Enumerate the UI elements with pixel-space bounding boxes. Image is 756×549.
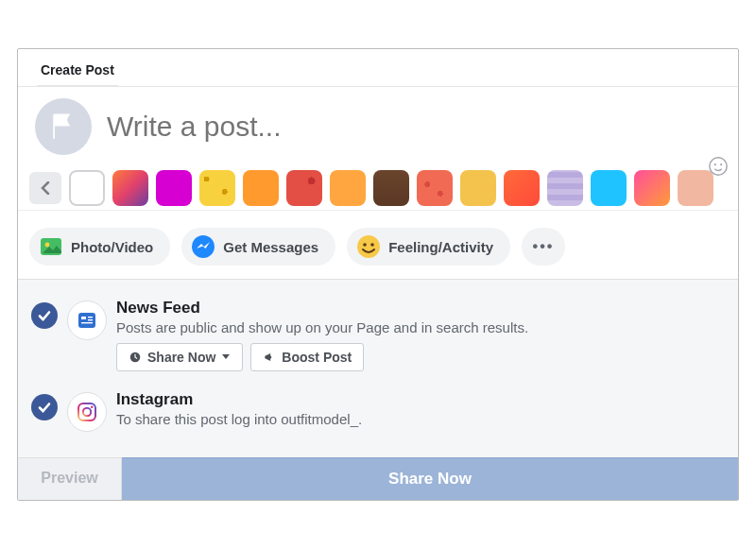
share-now-button[interactable]: Share Now (122, 457, 738, 500)
channel-instagram: Instagram To share this post log into ou… (31, 385, 725, 448)
instagram-body: Instagram To share this post log into ou… (116, 390, 725, 435)
news-feed-icon (67, 300, 107, 340)
instagram-title: Instagram (116, 390, 725, 409)
share-now-label: Share Now (147, 350, 215, 365)
get-messages-label: Get Messages (223, 239, 318, 255)
bg-swatch-mustard[interactable] (460, 170, 496, 206)
news-feed-desc: Posts are public and show up on your Pag… (116, 319, 725, 335)
tab-row: Create Post (18, 49, 738, 87)
bg-swatch-coral[interactable] (417, 170, 453, 206)
composer-footer: Preview Share Now (18, 457, 738, 500)
clock-icon (129, 351, 142, 364)
feeling-activity-button[interactable]: Feeling/Activity (347, 228, 510, 266)
svg-rect-9 (78, 313, 95, 328)
svg-point-5 (192, 235, 215, 258)
bg-swatch-lavender[interactable] (547, 170, 583, 206)
bg-swatch-brown[interactable] (373, 170, 409, 206)
bg-swatch-pink-orange[interactable] (634, 170, 670, 206)
instagram-desc: To share this post log into outfitmodel_… (116, 411, 725, 427)
emoji-button[interactable] (708, 156, 729, 181)
page-avatar (35, 98, 92, 155)
photo-video-button[interactable]: Photo/Video (29, 228, 170, 266)
news-feed-checkbox[interactable] (31, 302, 58, 329)
bg-swatch-cyan[interactable] (591, 170, 627, 206)
bg-swatch-amber[interactable] (330, 170, 366, 206)
chevron-left-icon (40, 181, 51, 195)
bg-swatch-magenta[interactable] (156, 170, 192, 206)
svg-point-7 (363, 243, 367, 247)
svg-rect-11 (88, 317, 93, 317)
attachment-pills-row: Photo/Video Get Messages Feeling/Activ (18, 210, 738, 280)
preview-button[interactable]: Preview (18, 457, 122, 500)
svg-rect-13 (81, 322, 93, 323)
news-feed-body: News Feed Posts are public and show up o… (116, 299, 725, 371)
instagram-icon (67, 392, 107, 432)
bg-swatch-yellow-dots[interactable] (199, 170, 235, 206)
news-feed-sub-buttons: Share Now Boost Post (116, 343, 725, 371)
feeling-icon (356, 234, 381, 259)
bg-swatch-orange-pattern[interactable] (112, 170, 148, 206)
messenger-icon (191, 234, 215, 259)
photo-icon (39, 234, 63, 259)
share-channels-section: News Feed Posts are public and show up o… (18, 280, 738, 457)
boost-post-button[interactable]: Boost Post (250, 343, 364, 371)
caret-down-icon (221, 353, 231, 361)
flag-icon (47, 111, 79, 143)
svg-point-6 (357, 235, 380, 258)
post-text-input[interactable] (105, 110, 721, 144)
svg-point-17 (91, 406, 93, 408)
megaphone-icon (263, 351, 276, 364)
background-swatch-row (18, 163, 738, 210)
boost-post-label: Boost Post (282, 350, 352, 365)
feeling-activity-label: Feeling/Activity (388, 239, 493, 255)
bg-swatch-orange[interactable] (243, 170, 279, 206)
more-options-button[interactable]: ••• (522, 228, 565, 266)
bg-swatch-blank[interactable] (69, 170, 105, 206)
svg-point-16 (83, 408, 91, 416)
svg-rect-15 (78, 403, 95, 420)
create-post-composer: Create Post (17, 48, 739, 501)
get-messages-button[interactable]: Get Messages (181, 228, 335, 266)
compose-row (18, 87, 738, 163)
check-icon (37, 400, 52, 415)
svg-rect-12 (88, 319, 93, 320)
share-now-dropdown[interactable]: Share Now (116, 343, 243, 371)
tab-create-post[interactable]: Create Post (33, 53, 122, 86)
svg-point-2 (720, 163, 722, 165)
svg-point-8 (370, 243, 374, 247)
bg-swatch-red[interactable] (286, 170, 322, 206)
check-icon (37, 308, 52, 323)
svg-point-1 (714, 163, 716, 165)
photo-video-label: Photo/Video (71, 239, 153, 255)
ellipsis-icon: ••• (533, 238, 555, 255)
svg-point-4 (45, 243, 50, 248)
background-prev-button[interactable] (29, 172, 61, 204)
smiley-icon (708, 156, 729, 177)
channel-news-feed: News Feed Posts are public and show up o… (31, 293, 725, 385)
svg-point-0 (710, 158, 727, 175)
svg-rect-10 (81, 317, 86, 319)
instagram-checkbox[interactable] (31, 394, 58, 420)
bg-swatch-vermillion[interactable] (504, 170, 540, 206)
news-feed-title: News Feed (116, 299, 725, 317)
